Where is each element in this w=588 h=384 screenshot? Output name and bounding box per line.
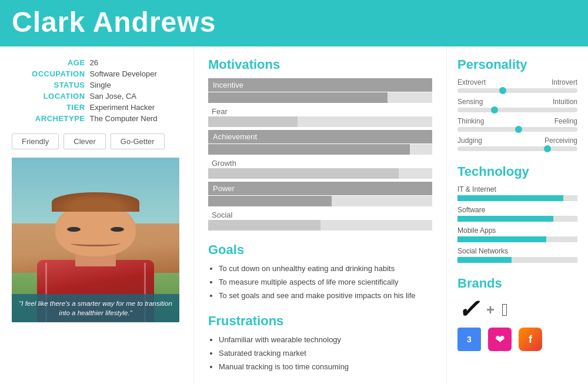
slider-track-1: [457, 108, 577, 112]
motivation-row: Power: [208, 182, 432, 206]
slider-track-2: [457, 127, 577, 132]
motivation-row: Fear: [208, 106, 432, 127]
trait-friendly[interactable]: Friendly: [12, 133, 59, 149]
motivation-bar-0: [208, 92, 432, 103]
list-item: To cut down on unhealthy eating and drin…: [219, 263, 432, 274]
goals-title: Goals: [208, 242, 432, 258]
list-item: To measure multiple aspects of life more…: [219, 277, 432, 288]
personality-right-2: Feeling: [554, 117, 577, 125]
brand-apple: : [502, 300, 508, 320]
slider-thumb-2: [515, 126, 522, 133]
tech-label-0: IT & Internet: [457, 185, 577, 193]
motivation-label-3: Growth: [208, 157, 240, 169]
location-label: LOCATION: [12, 91, 88, 102]
personality-row-2: Thinking Feeling: [457, 117, 577, 132]
brand-flipboard: f: [519, 328, 542, 351]
trait-go-getter[interactable]: Go-Getter: [111, 133, 165, 149]
motivation-bar-2: [208, 144, 432, 155]
motivation-row: Growth: [208, 158, 432, 179]
personality-row-3: Judging Perceiving: [457, 136, 577, 151]
tier-value: Experiment Hacker: [88, 102, 182, 113]
brand-plus: +: [486, 302, 495, 318]
slider-track-3: [457, 146, 577, 151]
list-item: To set goals and see and make positive i…: [219, 290, 432, 301]
motivation-label-4: Power: [208, 182, 432, 195]
tech-label-1: Software: [457, 206, 577, 214]
motivation-bar-4: [208, 196, 432, 206]
motivation-label-1: Fear: [208, 105, 231, 118]
personality-left-3: Judging: [457, 136, 482, 145]
location-value: San Jose, CA: [88, 91, 182, 102]
tech-item-1: Software: [457, 206, 577, 222]
motivation-bar-5: [208, 220, 432, 231]
personality-left-1: Sensing: [457, 98, 483, 106]
tech-item-3: Social Networks: [457, 247, 577, 263]
header: Clark Andrews: [0, 0, 588, 46]
trait-clever[interactable]: Clever: [64, 133, 106, 149]
motivation-row: Incentive: [208, 78, 432, 103]
archetype-value: The Computer Nerd: [88, 113, 182, 124]
frustrations-section: Frustrations Unfamiliar with wearable te…: [208, 313, 432, 373]
brand-google-calendar: 3: [457, 328, 481, 351]
page-title: Clark Andrews: [12, 6, 576, 38]
occupation-value: Software Developer: [88, 68, 182, 79]
slider-thumb-0: [499, 87, 506, 94]
brand-nike: ✓: [457, 297, 479, 323]
age-value: 26: [88, 57, 182, 68]
trait-buttons: Friendly Clever Go-Getter: [12, 133, 182, 149]
tech-item-2: Mobile Apps: [457, 226, 577, 242]
motivation-row: Social: [208, 209, 432, 231]
motivation-bar-1: [208, 116, 432, 127]
personality-row-1: Sensing Intuition: [457, 98, 577, 112]
list-item: Unfamiliar with wearable technology: [219, 335, 432, 345]
goals-list: To cut down on unhealthy eating and drin…: [219, 263, 432, 302]
profile-info: AGE 26 OCCUPATION Software Developer STA…: [12, 57, 182, 124]
age-label: AGE: [12, 57, 88, 68]
personality-section: Personality Extrovert Introvert Sensing …: [457, 57, 577, 151]
occupation-label: OCCUPATION: [12, 68, 88, 79]
list-item: Manual tracking is too time consuming: [219, 362, 432, 372]
frustrations-title: Frustrations: [208, 313, 432, 329]
left-column: AGE 26 OCCUPATION Software Developer STA…: [0, 46, 194, 384]
main-content: AGE 26 OCCUPATION Software Developer STA…: [0, 46, 588, 384]
slider-thumb-3: [544, 145, 551, 152]
personality-title: Personality: [457, 57, 577, 72]
technology-title: Technology: [457, 164, 577, 179]
status-value: Single: [88, 79, 182, 91]
slider-thumb-1: [491, 106, 498, 113]
avatar-quote: "I feel like there's a smarter way for m…: [12, 294, 179, 322]
motivations-title: Motivations: [208, 57, 432, 72]
motivation-row: Achievement: [208, 130, 432, 155]
brands-title: Brands: [457, 276, 577, 291]
slider-track-0: [457, 88, 577, 93]
goals-section: Goals To cut down on unhealthy eating an…: [208, 242, 432, 302]
tech-item-0: IT & Internet: [457, 185, 577, 201]
brands-row-2: 3 ❤ f: [457, 328, 577, 351]
frustrations-list: Unfamiliar with wearable technology Satu…: [219, 335, 432, 373]
motivation-label-2: Achievement: [208, 130, 432, 143]
personality-right-1: Intuition: [553, 98, 577, 106]
personality-left-0: Extrovert: [457, 78, 486, 86]
list-item: Saturated tracking market: [219, 348, 432, 359]
motivation-label-0: Incentive: [208, 78, 432, 92]
motivation-bar-3: [208, 168, 432, 179]
status-label: STATUS: [12, 79, 88, 91]
tech-label-2: Mobile Apps: [457, 226, 577, 235]
motivation-label-5: Social: [208, 209, 236, 221]
tier-label: TIER: [12, 102, 88, 113]
brand-health: ❤: [488, 328, 512, 351]
avatar: "I feel like there's a smarter way for m…: [12, 158, 179, 322]
brands-section: Brands ✓ +  3 ❤ f: [457, 276, 577, 351]
archetype-label: ARCHETYPE: [12, 113, 88, 124]
personality-right-0: Introvert: [552, 78, 577, 86]
right-column: Personality Extrovert Introvert Sensing …: [447, 46, 588, 384]
personality-right-3: Perceiving: [544, 136, 577, 145]
personality-row-0: Extrovert Introvert: [457, 78, 577, 93]
tech-label-3: Social Networks: [457, 247, 577, 255]
middle-column: Motivations Incentive Fear Achievement: [194, 46, 447, 384]
brands-row-1: ✓ + : [457, 297, 577, 323]
motivations-section: Motivations Incentive Fear Achievement: [208, 57, 432, 231]
personality-left-2: Thinking: [457, 117, 484, 125]
technology-section: Technology IT & Internet Software Mobile…: [457, 164, 577, 263]
